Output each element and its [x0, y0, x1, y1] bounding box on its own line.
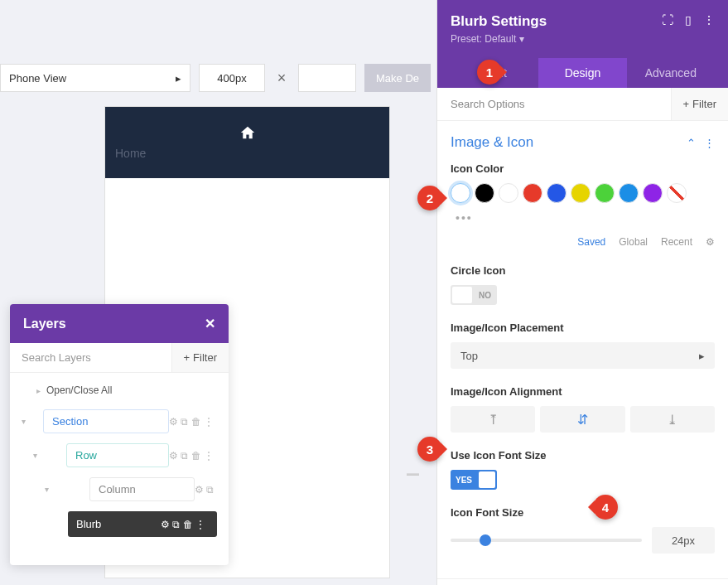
toggle-value: YES: [451, 476, 477, 485]
layers-search-row: Search Layers + Filter: [10, 343, 229, 373]
layers-search-input[interactable]: Search Layers: [10, 343, 171, 372]
preset-label: Preset: Default: [451, 33, 516, 45]
layer-label: Column: [89, 477, 195, 501]
color-swatch-white[interactable]: [499, 183, 518, 203]
section-text[interactable]: Text ⌄: [437, 578, 728, 585]
annotation-2: 2: [417, 186, 442, 210]
layer-column[interactable]: ▾ Column ⚙ ⧉: [22, 472, 217, 506]
gear-icon[interactable]: ⚙: [706, 236, 715, 248]
viewport-height-input[interactable]: [298, 64, 356, 92]
color-swatch-red[interactable]: [523, 183, 542, 203]
color-swatch-green[interactable]: [595, 183, 615, 203]
close-icon[interactable]: ×: [273, 70, 290, 87]
font-size-slider[interactable]: [451, 539, 642, 542]
circle-icon-toggle[interactable]: NO: [451, 285, 497, 305]
font-size-value[interactable]: 24px: [652, 527, 715, 554]
color-swatch-purple[interactable]: [643, 183, 663, 203]
layer-actions[interactable]: ⚙ ⧉ 🗑 ⋮: [169, 450, 217, 462]
close-icon[interactable]: ✕: [205, 316, 215, 331]
annotation-4: 4: [593, 495, 618, 520]
settings-preset[interactable]: Preset: Default ▾: [451, 33, 547, 45]
viewport-width-input[interactable]: 400px: [199, 64, 265, 92]
color-swatch-lightblue[interactable]: [619, 183, 639, 203]
filter-label: Filter: [692, 98, 716, 110]
placement-label: Image/Icon Placement: [451, 322, 715, 334]
open-close-label: Open/Close All: [46, 384, 112, 396]
toggle-value: NO: [474, 291, 496, 300]
annotation-1: 1: [477, 60, 502, 85]
more-icon[interactable]: ⋮: [704, 137, 715, 149]
viewport-select[interactable]: Phone View ▸: [0, 64, 190, 92]
preview-header: Home: [105, 107, 389, 178]
layer-label: Blurb: [76, 518, 101, 530]
layer-label: Section: [43, 409, 169, 433]
panel-icon[interactable]: ▯: [685, 13, 692, 27]
settings-header-actions: ⛶ ▯ ⋮: [662, 13, 715, 27]
layers-panel: Layers ✕ Search Layers + Filter ▸ Open/C…: [10, 304, 229, 565]
layer-actions[interactable]: ⚙ ⧉: [195, 484, 217, 496]
swatch-tab-recent[interactable]: Recent: [661, 236, 692, 248]
select-value: Top: [460, 350, 478, 362]
expand-icon[interactable]: ⛶: [662, 13, 673, 27]
use-font-size-toggle[interactable]: YES: [451, 470, 497, 490]
tab-design[interactable]: Design: [538, 58, 626, 88]
use-font-size-label: Use Icon Font Size: [451, 449, 715, 462]
layers-filter-button[interactable]: + Filter: [171, 343, 229, 372]
toggle-knob: [479, 471, 495, 488]
viewport-select-label: Phone View: [9, 72, 66, 85]
align-right-button[interactable]: ⤓: [630, 406, 715, 433]
layer-blurb[interactable]: Blurb ⚙ ⧉ 🗑 ⋮: [68, 506, 217, 542]
more-icon[interactable]: ⋮: [703, 13, 715, 27]
placement-select[interactable]: Top ▸: [451, 342, 715, 369]
chevron-up-icon[interactable]: ⌃: [687, 137, 696, 149]
color-swatch-yellow[interactable]: [571, 183, 591, 203]
layers-header: Layers ✕: [10, 304, 229, 343]
color-swatch-blue[interactable]: [547, 183, 566, 203]
section-title: Image & Icon: [451, 134, 533, 151]
viewport-toolbar: Phone View ▸ 400px × Make De: [0, 64, 431, 92]
select-caret-icon: ▸: [699, 350, 705, 362]
drag-handle-icon[interactable]: ||: [406, 472, 421, 474]
layer-actions[interactable]: ⚙ ⧉ 🗑 ⋮: [161, 519, 209, 530]
layer-row[interactable]: ▾ Row ⚙ ⧉ 🗑 ⋮: [22, 438, 217, 472]
chevron-down-icon: ▾: [22, 417, 31, 426]
chevron-right-icon: ▸: [36, 386, 46, 395]
layer-actions[interactable]: ⚙ ⧉ 🗑 ⋮: [169, 416, 217, 428]
annotation-3: 3: [417, 437, 442, 462]
make-default-button[interactable]: Make De: [364, 64, 431, 92]
icon-color-label: Icon Color: [451, 162, 715, 175]
chevron-down-icon: ▾: [45, 485, 55, 494]
settings-search-input[interactable]: Search Options: [437, 88, 671, 120]
font-size-slider-row: 24px: [451, 527, 715, 554]
color-swatch-none[interactable]: [667, 183, 687, 203]
swatch-tab-saved[interactable]: Saved: [577, 236, 605, 248]
toggle-knob: [452, 287, 472, 303]
layer-label: Row: [66, 443, 169, 467]
open-close-all[interactable]: ▸ Open/Close All: [22, 381, 217, 404]
align-center-button[interactable]: ⇵: [540, 406, 624, 433]
settings-panel: Blurb Settings Preset: Default ▾ ⛶ ▯ ⋮ C…: [436, 0, 728, 585]
plus-icon: +: [184, 351, 190, 364]
tab-advanced[interactable]: Advanced: [627, 58, 715, 88]
layer-section[interactable]: ▾ Section ⚙ ⧉ 🗑 ⋮: [22, 404, 217, 438]
align-left-button[interactable]: ⤒: [451, 406, 535, 433]
circle-icon-label: Circle Icon: [451, 264, 715, 277]
home-icon: [239, 125, 256, 140]
layers-body: ▸ Open/Close All ▾ Section ⚙ ⧉ 🗑 ⋮ ▾ Row…: [10, 373, 229, 565]
layer-label-wrap: Blurb ⚙ ⧉ 🗑 ⋮: [68, 511, 217, 537]
settings-filter-button[interactable]: + Filter: [671, 88, 728, 120]
select-caret-icon: ▸: [176, 72, 181, 85]
section-image-icon[interactable]: Image & Icon ⌃ ⋮: [451, 134, 715, 162]
color-swatch-black[interactable]: [475, 183, 494, 203]
swatch-tab-global[interactable]: Global: [619, 236, 648, 248]
more-swatches-icon[interactable]: •••: [451, 208, 715, 228]
caret-down-icon: ▾: [519, 33, 524, 45]
swatch-tabs: Saved Global Recent ⚙: [451, 236, 715, 248]
menu-item-home[interactable]: Home: [105, 147, 146, 160]
plus-icon: +: [683, 98, 690, 110]
filter-label: Filter: [193, 351, 217, 364]
alignment-label: Image/Icon Alignment: [451, 385, 715, 398]
alignment-group: ⤒ ⇵ ⤓: [451, 406, 715, 433]
slider-thumb[interactable]: [480, 534, 491, 546]
chevron-down-icon: ▾: [33, 451, 43, 460]
